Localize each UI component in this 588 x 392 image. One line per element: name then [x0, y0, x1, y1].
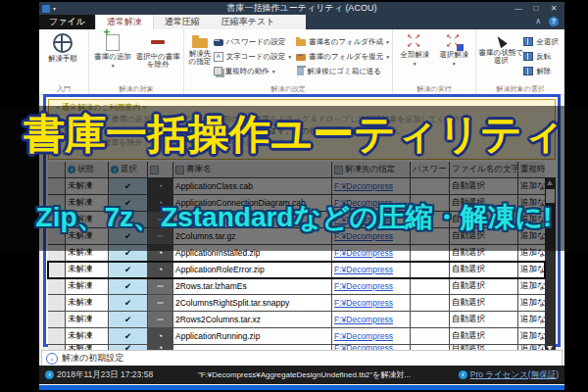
- globe-icon: [53, 33, 73, 53]
- dest-folder-button[interactable]: 解凍先の指定: [186, 31, 214, 85]
- remove-selected-button[interactable]: 選択中の書庫を除外: [134, 31, 181, 85]
- destination-link[interactable]: F:¥Decompress: [334, 281, 393, 291]
- extract-selected-icon: [446, 33, 462, 49]
- charset-cell[interactable]: 自動選択: [450, 328, 518, 344]
- status-bar: i 2018年11月23日 17:23:58 "F:¥Decompress¥Ag…: [39, 366, 564, 384]
- type-cell: [148, 295, 173, 311]
- tab-file[interactable]: ファイル: [39, 15, 95, 29]
- destination-cell: F:¥Decompress: [332, 328, 411, 344]
- extract-steps-button[interactable]: 解凍手順: [41, 31, 84, 85]
- row-selector-cell[interactable]: [48, 312, 66, 327]
- license-block: i Pro ライセンス(無保証): [456, 369, 559, 381]
- row-selector-cell[interactable]: [48, 295, 66, 311]
- create-archive-folder-button[interactable]: 書庫名のフォルダ作成 ▼: [296, 34, 390, 49]
- password-cell[interactable]: [411, 328, 450, 344]
- check-cell[interactable]: ✔: [109, 262, 148, 277]
- check-cell[interactable]: ✔: [109, 328, 148, 344]
- dropdown-arrow-icon: ▼: [111, 62, 116, 70]
- ribbon-collapse-icon[interactable]: ∧: [535, 17, 541, 25]
- password-cell[interactable]: [411, 262, 450, 277]
- row-selector-cell[interactable]: [48, 278, 66, 294]
- dropdown-arrow-icon: ▼: [385, 39, 390, 45]
- maximize-button[interactable]: □: [527, 4, 545, 13]
- password-cell[interactable]: [411, 278, 450, 294]
- charset-cell[interactable]: 自動選択: [450, 295, 518, 311]
- charset-cell[interactable]: 自動選択: [450, 312, 518, 327]
- dropdown-arrow-icon: ▼: [413, 60, 417, 68]
- status-cell: 未解凍: [66, 328, 109, 344]
- folder-create-icon: [296, 39, 306, 46]
- table-row[interactable]: 未解凍 ✔ ApplicationRoleError.zip F:¥Decomp…: [48, 262, 545, 278]
- table-row[interactable]: 未解凍 ✔ 2Rows.tar.lzhamEs F:¥Decompress 自動…: [48, 278, 545, 295]
- extract-all-button[interactable]: 全部解凍 ▼: [395, 31, 434, 85]
- table-row[interactable]: 未解凍 ✔ 2ColumnsRightSplit.tar.snappy F:¥D…: [48, 295, 545, 312]
- invert-selection-icon: [523, 52, 533, 61]
- type-cell: [148, 312, 173, 327]
- invert-selection-button[interactable]: 反転: [523, 49, 559, 64]
- destination-link[interactable]: F:¥Decompress: [334, 298, 393, 308]
- row-selector-cell[interactable]: [48, 328, 66, 344]
- status-cell: 未解凍: [66, 278, 109, 294]
- clear-selection-icon: [523, 67, 533, 75]
- cursor-icon: [494, 34, 507, 48]
- password-cell[interactable]: [411, 295, 450, 311]
- close-button[interactable]: ✕: [545, 4, 563, 13]
- charset-cell[interactable]: 自動選択: [450, 262, 518, 277]
- destination-link[interactable]: F:¥Decompress: [334, 265, 393, 274]
- archive-name-cell: ApplicationRunning.zip: [173, 328, 332, 344]
- select-by-state-button[interactable]: 書庫の状態で選択: [478, 31, 523, 85]
- password-cell[interactable]: [411, 312, 450, 327]
- minimize-button[interactable]: —: [510, 4, 527, 13]
- destination-link[interactable]: F:¥Decompress: [334, 315, 393, 324]
- clear-selection-button[interactable]: 解除: [523, 64, 559, 78]
- ribbon-group-execute: 全部解凍 ▼ 選択解凍 ▼ 解凍の実行: [393, 29, 476, 94]
- restore-archive-folder-button[interactable]: 書庫のフォルダを復元 ▼: [296, 49, 390, 64]
- chevron-down-icon: ⌄: [46, 353, 58, 365]
- archive-name-cell: ApplicationRoleError.zip: [173, 262, 332, 277]
- promo-subtitle: Zip、7z、Zstandardなどの圧縮・解凍に!: [0, 204, 588, 231]
- destination-link[interactable]: F:¥Decompress: [334, 331, 393, 341]
- check-cell[interactable]: ✔: [109, 295, 148, 311]
- duplicate-cell[interactable]: 追加なし: [518, 295, 545, 311]
- duplicate-action-button[interactable]: 重複時の動作 ▼: [214, 64, 292, 78]
- table-row[interactable]: 未解凍 ✔ ApplicationRunning.zip F:¥Decompre…: [48, 328, 545, 345]
- password-settings-button[interactable]: パスワードの設定: [214, 34, 292, 49]
- folder-icon: [192, 38, 208, 48]
- status-datetime: 2018年11月23日 17:23:58: [57, 369, 153, 381]
- dropdown-arrow-icon: ▼: [452, 60, 457, 68]
- row-selector-cell[interactable]: [48, 262, 66, 277]
- archive-name-cell: 2Rows.tar.lzhamEs: [173, 278, 332, 294]
- dropdown-arrow-icon: ▼: [271, 69, 276, 74]
- dropdown-arrow-icon: ▼: [287, 54, 292, 60]
- check-cell[interactable]: ✔: [109, 278, 148, 294]
- duplicate-cell[interactable]: 追加なし: [518, 262, 545, 277]
- charset-cell[interactable]: 自動選択: [450, 278, 518, 294]
- charcode-settings-button[interactable]: 文字コードの設定 ▼: [214, 49, 292, 64]
- info-icon: i: [45, 370, 54, 379]
- duplicate-cell[interactable]: 追加なし: [518, 278, 545, 294]
- send-to-trash-button[interactable]: 解凍後にゴミ箱に送る: [296, 64, 390, 78]
- select-all-button[interactable]: 全選択: [523, 34, 559, 49]
- info-icon: i: [459, 370, 467, 379]
- dropdown-arrow-icon: ▼: [385, 54, 390, 60]
- license-link[interactable]: Pro ライセンス(無保証): [470, 369, 559, 381]
- check-cell[interactable]: ✔: [109, 312, 148, 327]
- help-icon[interactable]: ?: [549, 17, 559, 26]
- type-cell: [148, 278, 173, 294]
- archive-type-icon: [148, 295, 172, 311]
- archive-type-icon: [148, 328, 172, 344]
- trash-icon: [297, 68, 304, 75]
- archive-type-icon: [148, 312, 172, 327]
- extract-selected-button[interactable]: 選択解凍 ▼: [434, 31, 473, 85]
- initial-settings-expander[interactable]: ⌄ 解凍の初期設定: [41, 350, 563, 367]
- duplicate-cell[interactable]: 追加なし: [518, 312, 545, 327]
- character-code-icon: [214, 52, 223, 62]
- tab-compression-test[interactable]: 圧縮率テスト: [211, 15, 286, 29]
- destination-cell: F:¥Decompress: [332, 312, 411, 327]
- duplicate-cell[interactable]: 追加なし: [518, 328, 545, 344]
- tab-normal-compress[interactable]: 通常圧縮: [154, 15, 211, 29]
- minus-icon: [151, 40, 165, 44]
- add-archive-button[interactable]: 書庫の追加 ▼: [91, 31, 134, 85]
- table-row[interactable]: 未解凍 ✔ 2Rows2Columns.tar.xz F:¥Decompress…: [48, 312, 545, 328]
- folder-restore-icon: [296, 54, 306, 61]
